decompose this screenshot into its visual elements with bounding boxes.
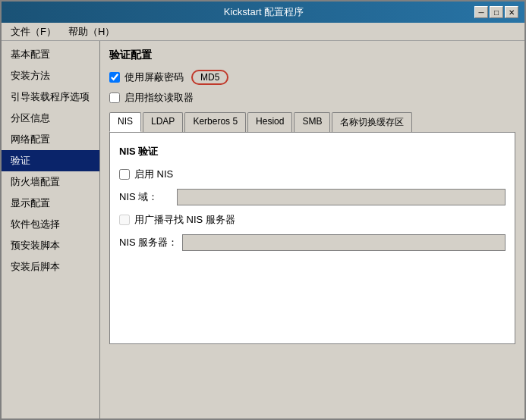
broadcast-label: 用广播寻找 NIS 服务器 (134, 213, 235, 227)
md5-badge: MD5 (191, 70, 228, 85)
nis-domain-label: NIS 域： (119, 190, 172, 204)
fingerprint-label: 启用指纹读取器 (124, 91, 194, 105)
tab-smb[interactable]: SMB (294, 112, 330, 132)
sidebar-item-display[interactable]: 显示配置 (2, 193, 99, 214)
maximize-button[interactable]: □ (490, 6, 503, 18)
sidebar-item-basic[interactable]: 基本配置 (2, 44, 99, 65)
sidebar-item-packages[interactable]: 软件包选择 (2, 214, 99, 235)
tab-kerberos5[interactable]: Kerberos 5 (184, 112, 246, 132)
titlebar-buttons: ─ □ ✕ (474, 6, 518, 18)
close-button[interactable]: ✕ (505, 6, 518, 18)
shadow-password-checkbox[interactable] (109, 72, 120, 83)
main-area: 基本配置 安装方法 引导装载程序选项 分区信息 网络配置 验证 防火墙配置 显示… (2, 41, 524, 418)
fingerprint-row: 启用指纹读取器 (109, 91, 515, 105)
fingerprint-checkbox[interactable] (109, 92, 120, 103)
auth-tabs: NIS LDAP Kerberos 5 Hesiod SMB 名称切换缓存区 (109, 112, 515, 132)
nis-server-label: NIS 服务器： (119, 236, 178, 249)
window-title: Kickstart 配置程序 (53, 5, 474, 19)
shadow-password-row: 使用屏蔽密码 MD5 (109, 70, 515, 85)
tab-namecache[interactable]: 名称切换缓存区 (332, 112, 412, 132)
nis-server-input[interactable] (182, 234, 506, 251)
sidebar-item-post[interactable]: 安装后脚本 (2, 256, 99, 277)
section-title: 验证配置 (109, 49, 515, 62)
sidebar-item-auth[interactable]: 验证 (2, 150, 99, 171)
auth-panel: 验证配置 使用屏蔽密码 MD5 启用指纹读取器 NIS LDAP Kerbero… (109, 49, 515, 344)
tab-hesiod[interactable]: Hesiod (247, 112, 292, 132)
nis-section-title: NIS 验证 (119, 145, 506, 158)
minimize-button[interactable]: ─ (474, 6, 488, 18)
content-area: 验证配置 使用屏蔽密码 MD5 启用指纹读取器 NIS LDAP Kerbero… (100, 41, 524, 418)
main-window: Kickstart 配置程序 ─ □ ✕ 文件（F） 帮助（H） 基本配置 安装… (0, 0, 526, 420)
nis-domain-row: NIS 域： (119, 189, 506, 205)
menubar: 文件（F） 帮助（H） (2, 23, 524, 41)
sidebar-item-pre[interactable]: 预安装脚本 (2, 235, 99, 256)
enable-nis-checkbox[interactable] (119, 169, 130, 180)
tab-nis[interactable]: NIS (109, 112, 141, 132)
shadow-password-label: 使用屏蔽密码 (124, 71, 184, 84)
nis-domain-input[interactable] (177, 189, 506, 205)
sidebar-item-network[interactable]: 网络配置 (2, 129, 99, 150)
menu-file[interactable]: 文件（F） (5, 24, 62, 40)
broadcast-checkbox[interactable] (119, 215, 130, 225)
menu-help[interactable]: 帮助（H） (62, 24, 121, 40)
nis-server-row: NIS 服务器： (119, 234, 506, 251)
sidebar-item-firewall[interactable]: 防火墙配置 (2, 171, 99, 193)
enable-nis-label: 启用 NIS (134, 168, 173, 181)
sidebar: 基本配置 安装方法 引导装载程序选项 分区信息 网络配置 验证 防火墙配置 显示… (2, 41, 100, 418)
tab-content-nis: NIS 验证 启用 NIS NIS 域： 用广播寻找 NIS 服务器 (109, 132, 515, 344)
tab-ldap[interactable]: LDAP (143, 112, 183, 132)
broadcast-row: 用广播寻找 NIS 服务器 (119, 213, 506, 227)
sidebar-item-partition[interactable]: 分区信息 (2, 108, 99, 129)
enable-nis-row: 启用 NIS (119, 168, 506, 181)
sidebar-item-install[interactable]: 安装方法 (2, 65, 99, 86)
sidebar-item-bootloader[interactable]: 引导装载程序选项 (2, 86, 99, 108)
titlebar: Kickstart 配置程序 ─ □ ✕ (2, 2, 524, 23)
